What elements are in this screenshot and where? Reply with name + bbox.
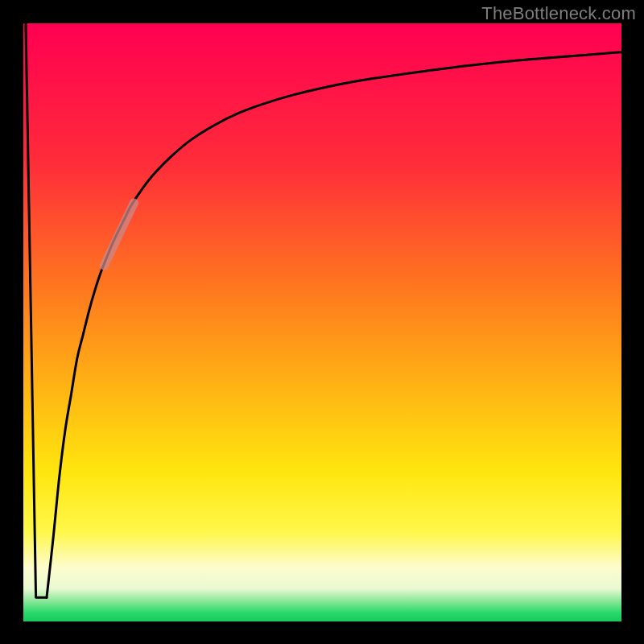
attribution-label: TheBottleneck.com [481,3,636,24]
chart-frame: TheBottleneck.com [0,0,644,644]
gradient-background [23,23,621,621]
chart-plot [23,23,621,621]
